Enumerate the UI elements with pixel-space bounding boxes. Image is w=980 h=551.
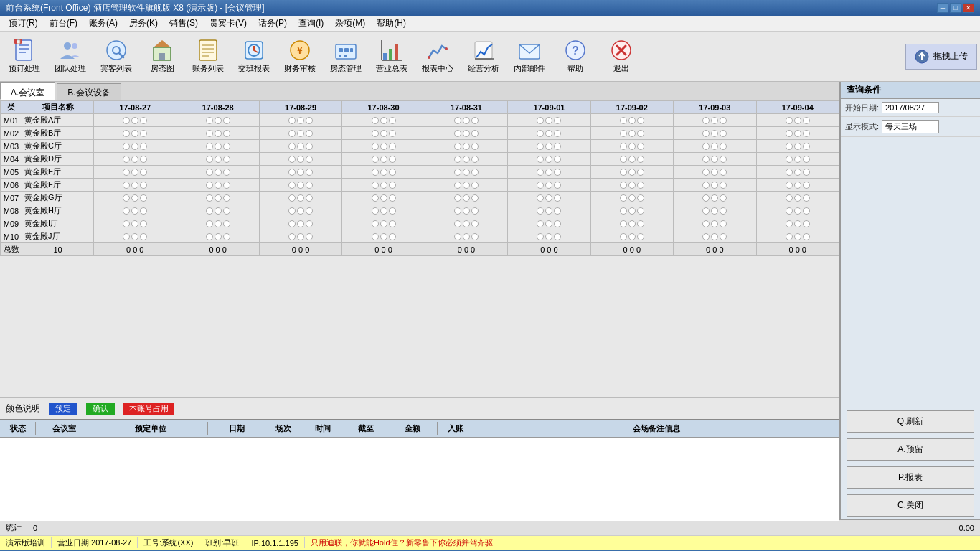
session-circle[interactable] [711,156,718,163]
session-circle[interactable] [545,117,552,124]
session-circle[interactable] [537,233,544,240]
session-circle[interactable] [463,169,470,176]
session-circle[interactable] [786,117,793,124]
session-circle[interactable] [463,182,470,189]
tb-reports[interactable]: 报表中心 [416,35,459,78]
cell-date[interactable] [425,204,507,217]
session-circle[interactable] [628,207,636,215]
session-circle[interactable] [223,143,230,150]
session-circle[interactable] [537,130,544,137]
session-circle[interactable] [389,207,396,215]
tb-team[interactable]: 团队处理 [49,35,92,78]
tb-salestotal[interactable]: 营业总表 [370,35,413,78]
session-circle[interactable] [123,156,130,163]
cell-date[interactable] [508,140,590,153]
session-circle[interactable] [380,143,387,150]
menu-query[interactable]: 查询(I) [293,16,329,31]
cell-date[interactable] [342,192,425,204]
session-circle[interactable] [554,207,561,215]
session-circle[interactable] [215,156,222,163]
session-circle[interactable] [380,130,387,137]
session-circle[interactable] [803,156,810,163]
session-circle[interactable] [545,143,552,150]
session-circle[interactable] [545,233,552,240]
session-circle[interactable] [206,207,213,215]
session-circle[interactable] [463,220,470,227]
session-circle[interactable] [288,143,296,150]
session-circle[interactable] [297,207,304,215]
session-circle[interactable] [628,220,636,227]
session-circle[interactable] [389,220,396,227]
session-circle[interactable] [454,130,461,137]
session-circle[interactable] [223,207,230,215]
maximize-button[interactable]: □ [950,3,961,13]
session-circle[interactable] [454,156,461,163]
session-circle[interactable] [215,220,222,227]
menu-phone[interactable]: 话务(P) [253,16,293,31]
session-circle[interactable] [454,194,461,202]
cell-date[interactable] [508,217,590,230]
session-circle[interactable] [389,182,396,189]
cell-date[interactable] [756,230,839,243]
session-circle[interactable] [620,220,627,227]
close-conf-button[interactable]: C.关闭 [847,494,974,517]
session-circle[interactable] [620,233,627,240]
tb-analysis[interactable]: 经营分析 [462,35,505,78]
session-circle[interactable] [702,117,710,124]
session-circle[interactable] [215,233,222,240]
table-row[interactable]: M09黄金殿I厅 [1,217,839,230]
session-circle[interactable] [389,143,396,150]
cell-date[interactable] [94,217,176,230]
session-circle[interactable] [380,233,387,240]
session-circle[interactable] [786,220,793,227]
session-circle[interactable] [223,182,230,189]
session-circle[interactable] [297,156,304,163]
session-circle[interactable] [123,194,130,202]
session-circle[interactable] [537,194,544,202]
session-circle[interactable] [131,169,138,176]
session-circle[interactable] [372,182,379,189]
session-circle[interactable] [471,182,479,189]
session-circle[interactable] [389,194,396,202]
session-circle[interactable] [720,156,727,163]
session-circle[interactable] [471,143,479,150]
session-circle[interactable] [711,169,718,176]
session-circle[interactable] [537,156,544,163]
session-circle[interactable] [803,220,810,227]
session-circle[interactable] [123,117,130,124]
session-circle[interactable] [537,182,544,189]
cell-date[interactable] [94,204,176,217]
cell-date[interactable] [674,230,756,243]
session-circle[interactable] [297,194,304,202]
session-circle[interactable] [454,233,461,240]
session-circle[interactable] [537,143,544,150]
session-circle[interactable] [454,207,461,215]
tb-accountlist[interactable]: 账务列表 [187,35,230,78]
session-circle[interactable] [123,207,130,215]
tb-shift[interactable]: 交班报表 [232,35,275,78]
session-circle[interactable] [223,117,230,124]
session-circle[interactable] [786,182,793,189]
cell-date[interactable] [342,166,425,179]
cell-date[interactable] [176,217,259,230]
cell-date[interactable] [342,153,425,166]
session-circle[interactable] [380,220,387,227]
session-circle[interactable] [637,207,644,215]
session-circle[interactable] [215,194,222,202]
menu-room[interactable]: 房务(K) [123,16,164,31]
session-circle[interactable] [206,220,213,227]
session-circle[interactable] [628,130,636,137]
session-circle[interactable] [380,156,387,163]
cell-date[interactable] [94,192,176,204]
tb-preorder[interactable]: 📋 预订处理 [3,35,46,78]
session-circle[interactable] [288,156,296,163]
cell-date[interactable] [176,114,259,127]
session-circle[interactable] [223,220,230,227]
cell-date[interactable] [425,179,507,192]
session-circle[interactable] [223,194,230,202]
cell-date[interactable] [425,166,507,179]
session-circle[interactable] [131,182,138,189]
cell-date[interactable] [342,127,425,140]
session-circle[interactable] [206,130,213,137]
cell-date[interactable] [342,140,425,153]
